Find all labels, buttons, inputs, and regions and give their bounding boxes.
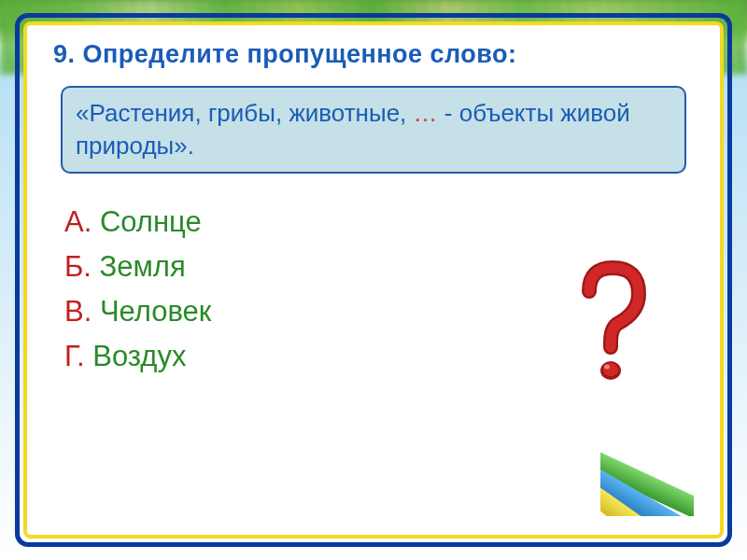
svg-point-2 bbox=[604, 365, 610, 370]
answer-letter: В. bbox=[64, 295, 92, 328]
answer-word: Земля bbox=[100, 250, 186, 283]
outer-frame: 9. Определите пропущенное слово: «Растен… bbox=[15, 13, 732, 547]
answer-word: Человек bbox=[100, 295, 211, 328]
answer-letter: А. bbox=[64, 205, 92, 238]
question-mark-icon bbox=[566, 259, 659, 389]
question-title: 9. Определите пропущенное слово: bbox=[53, 40, 694, 69]
answer-letter: Г. bbox=[64, 340, 85, 372]
answer-word: Воздух bbox=[92, 340, 186, 372]
quote-box: «Растения, грибы, животные, … - объекты … bbox=[61, 86, 686, 174]
question-text: Определите пропущенное слово: bbox=[83, 40, 517, 68]
question-number: 9. bbox=[53, 40, 76, 68]
answer-option[interactable]: А. Солнце bbox=[64, 200, 694, 245]
quote-ellipsis: … bbox=[414, 99, 438, 127]
answer-word: Солнце bbox=[100, 205, 202, 238]
quote-part1: «Растения, грибы, животные, bbox=[76, 99, 414, 127]
answer-letter: Б. bbox=[64, 250, 92, 283]
decorative-ribbon-icon bbox=[600, 427, 694, 516]
inner-frame: 9. Определите пропущенное слово: «Растен… bbox=[23, 21, 724, 539]
